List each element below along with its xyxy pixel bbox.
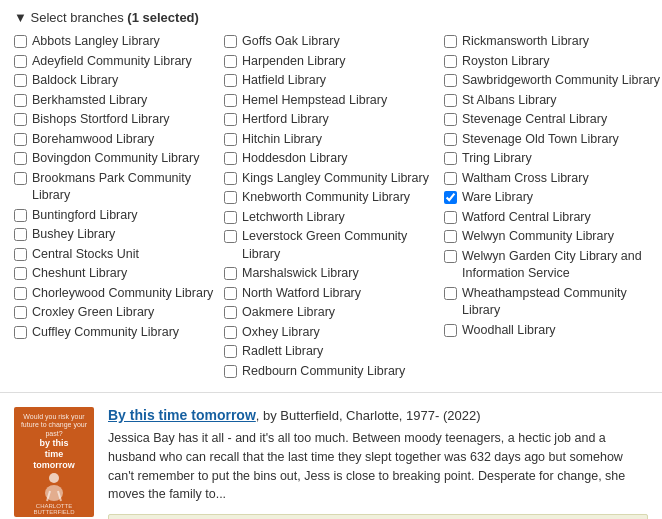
branch-checkbox[interactable] [224,172,237,185]
branch-label[interactable]: Leverstock Green Community Library [242,228,444,263]
branch-label[interactable]: Welwyn Garden City Library and Informati… [462,248,662,283]
branch-checkbox[interactable] [444,35,457,48]
branch-label[interactable]: Tring Library [462,150,532,168]
branch-label[interactable]: Letchworth Library [242,209,345,227]
branch-checkbox[interactable] [224,152,237,165]
branch-label[interactable]: North Watford Library [242,285,361,303]
branch-label[interactable]: Woodhall Library [462,322,556,340]
branch-checkbox[interactable] [224,287,237,300]
branch-checkbox[interactable] [224,365,237,378]
branch-label[interactable]: Hertford Library [242,111,329,129]
branch-checkbox[interactable] [444,324,457,337]
branch-label[interactable]: Hoddesdon Library [242,150,348,168]
branch-checkbox[interactable] [14,209,27,222]
branch-checkbox[interactable] [224,55,237,68]
branch-checkbox[interactable] [444,94,457,107]
branch-checkbox[interactable] [224,345,237,358]
branch-label[interactable]: Brookmans Park Community Library [32,170,224,205]
book-section: Would you risk your future to change you… [0,393,662,519]
branch-label[interactable]: Harpenden Library [242,53,346,71]
branch-label[interactable]: Cheshunt Library [32,265,127,283]
branch-checkbox[interactable] [444,287,457,300]
branch-checkbox[interactable] [14,35,27,48]
branch-label[interactable]: Stevenage Old Town Library [462,131,619,149]
branch-checkbox[interactable] [14,326,27,339]
branch-label[interactable]: Cuffley Community Library [32,324,179,342]
book-title-link[interactable]: By this time tomorrow [108,407,256,423]
branch-checkbox[interactable] [224,35,237,48]
branch-checkbox[interactable] [224,113,237,126]
branch-label[interactable]: Goffs Oak Library [242,33,340,51]
branch-label[interactable]: Borehamwood Library [32,131,154,149]
branch-checkbox[interactable] [14,133,27,146]
branch-label[interactable]: Abbots Langley Library [32,33,160,51]
branch-label[interactable]: Hemel Hempstead Library [242,92,387,110]
branch-label[interactable]: Radlett Library [242,343,323,361]
branch-label[interactable]: Bishops Stortford Library [32,111,170,129]
branch-label[interactable]: Sawbridgeworth Community Library [462,72,660,90]
branch-checkbox[interactable] [14,228,27,241]
branch-item: Kings Langley Community Library [224,170,444,188]
branch-label[interactable]: Bushey Library [32,226,115,244]
branch-label[interactable]: Oakmere Library [242,304,335,322]
branch-checkbox[interactable] [444,152,457,165]
branch-checkbox[interactable] [14,152,27,165]
branch-checkbox[interactable] [224,133,237,146]
branch-checkbox[interactable] [14,94,27,107]
branch-label[interactable]: Wheathampstead Community Library [462,285,662,320]
branch-label[interactable]: Kings Langley Community Library [242,170,429,188]
branch-checkbox[interactable] [224,267,237,280]
branch-label[interactable]: Chorleywood Community Library [32,285,213,303]
branch-label[interactable]: Croxley Green Library [32,304,154,322]
branch-label[interactable]: Stevenage Central Library [462,111,607,129]
branches-header[interactable]: ▼ Select branches (1 selected) [14,10,648,25]
branch-item: Marshalswick Library [224,265,444,283]
branch-checkbox[interactable] [444,74,457,87]
branch-label[interactable]: Berkhamsted Library [32,92,147,110]
book-cover: Would you risk your future to change you… [14,407,94,517]
branch-checkbox[interactable] [444,55,457,68]
branch-label[interactable]: St Albans Library [462,92,557,110]
branch-checkbox[interactable] [224,230,237,243]
branch-label[interactable]: Welwyn Community Library [462,228,614,246]
branch-label[interactable]: Ware Library [462,189,533,207]
branch-checkbox[interactable] [14,55,27,68]
branch-checkbox[interactable] [14,287,27,300]
branch-label[interactable]: Knebworth Community Library [242,189,410,207]
branch-label[interactable]: Waltham Cross Library [462,170,589,188]
branch-checkbox[interactable] [14,248,27,261]
branch-checkbox[interactable] [14,172,27,185]
branch-checkbox[interactable] [224,94,237,107]
branch-label[interactable]: Rickmansworth Library [462,33,589,51]
branch-checkbox[interactable] [224,326,237,339]
branch-checkbox[interactable] [444,250,457,263]
branch-item: St Albans Library [444,92,662,110]
branch-label[interactable]: Marshalswick Library [242,265,359,283]
branch-label[interactable]: Royston Library [462,53,550,71]
book-cover-title: by thistimetomorrow [33,438,75,470]
branch-label[interactable]: Central Stocks Unit [32,246,139,264]
branch-checkbox[interactable] [444,230,457,243]
branch-checkbox[interactable] [14,306,27,319]
branch-label[interactable]: Watford Central Library [462,209,591,227]
branch-label[interactable]: Hitchin Library [242,131,322,149]
branch-checkbox[interactable] [224,191,237,204]
branch-label[interactable]: Baldock Library [32,72,118,90]
branch-checkbox[interactable] [14,113,27,126]
branch-label[interactable]: Oxhey Library [242,324,320,342]
branch-label[interactable]: Buntingford Library [32,207,138,225]
branch-checkbox[interactable] [444,172,457,185]
branch-label[interactable]: Redbourn Community Library [242,363,405,381]
branch-checkbox[interactable] [444,133,457,146]
branch-label[interactable]: Hatfield Library [242,72,326,90]
branch-checkbox[interactable] [14,74,27,87]
branch-checkbox[interactable] [14,267,27,280]
branch-checkbox[interactable] [224,211,237,224]
branch-label[interactable]: Adeyfield Community Library [32,53,192,71]
branch-checkbox[interactable] [224,74,237,87]
branch-label[interactable]: Bovingdon Community Library [32,150,199,168]
branch-checkbox[interactable] [444,191,457,204]
branch-checkbox[interactable] [444,113,457,126]
branch-checkbox[interactable] [444,211,457,224]
branch-checkbox[interactable] [224,306,237,319]
